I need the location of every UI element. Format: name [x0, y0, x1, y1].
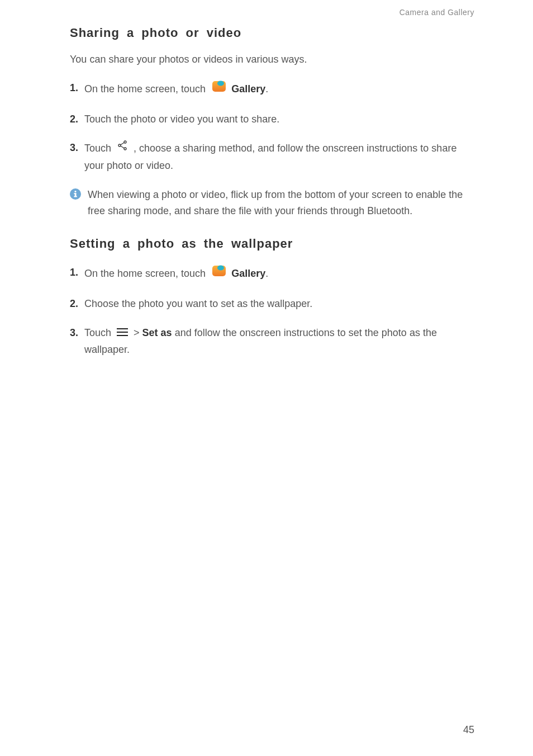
- step-number: 2.: [70, 111, 84, 128]
- page-category: Camera and Gallery: [70, 8, 474, 17]
- svg-point-13: [217, 266, 224, 271]
- info-note: When viewing a photo or video, flick up …: [70, 187, 474, 220]
- gallery-icon: [212, 264, 226, 283]
- step-1: 1. On the home screen, touch: [70, 264, 474, 284]
- step-text-post: .: [265, 83, 268, 94]
- section-intro: You can share your photos or videos in v…: [70, 54, 474, 65]
- section-heading-wallpaper: Setting a photo as the wallpaper: [70, 237, 474, 251]
- gallery-icon: [212, 79, 226, 98]
- step-text-gt: >: [134, 327, 142, 338]
- step-text-pre: On the home screen, touch: [84, 83, 208, 94]
- step-number: 1.: [70, 264, 84, 281]
- step-text-post: .: [265, 268, 268, 279]
- steps-list-sharing: 1. On the home screen, touch: [70, 80, 474, 174]
- step-2: 2. Choose the photo you want to set as t…: [70, 296, 474, 313]
- svg-line-5: [121, 143, 125, 145]
- step-number: 2.: [70, 296, 84, 313]
- step-number: 1.: [70, 80, 84, 97]
- step-body: Touch > Set as and follow the onscreen i…: [84, 325, 474, 358]
- svg-point-1: [217, 81, 224, 86]
- step-body: Touch , choose a sharing method, and fol…: [84, 140, 474, 174]
- svg-point-8: [74, 191, 76, 192]
- info-text: When viewing a photo or video, flick up …: [84, 187, 474, 220]
- step-text-pre: Touch: [84, 143, 114, 154]
- step-1: 1. On the home screen, touch: [70, 80, 474, 99]
- svg-point-4: [124, 148, 126, 150]
- gallery-label: Gallery: [231, 83, 265, 94]
- setas-label: Set as: [142, 327, 172, 338]
- step-number: 3.: [70, 325, 84, 342]
- document-page: Camera and Gallery Sharing a photo or vi…: [0, 0, 533, 358]
- menu-icon: [116, 325, 129, 342]
- step-body: On the home screen, touch Gallery.: [84, 80, 474, 99]
- step-text-pre: On the home screen, touch: [84, 268, 208, 279]
- step-text-post: , choose a sharing method, and follow th…: [84, 143, 456, 171]
- step-body: Choose the photo you want to set as the …: [84, 296, 474, 313]
- step-3: 3. Touch , choose a sharing method, and …: [70, 140, 474, 174]
- step-body: Touch the photo or video you want to sha…: [84, 111, 474, 128]
- step-number: 3.: [70, 140, 84, 157]
- share-icon: [116, 139, 129, 157]
- gallery-label: Gallery: [231, 268, 265, 279]
- step-text-pre: Touch: [84, 327, 114, 338]
- svg-line-6: [121, 146, 125, 148]
- svg-point-3: [118, 144, 121, 147]
- step-body: On the home screen, touch Gallery.: [84, 264, 474, 284]
- page-number: 45: [463, 724, 474, 736]
- svg-point-2: [124, 141, 126, 143]
- step-3: 3. Touch > Set as and follow the onscree…: [70, 325, 474, 358]
- section-heading-sharing: Sharing a photo or video: [70, 26, 474, 40]
- step-2: 2. Touch the photo or video you want to …: [70, 111, 474, 128]
- info-icon: [70, 188, 84, 205]
- svg-rect-11: [74, 196, 77, 197]
- steps-list-wallpaper: 1. On the home screen, touch: [70, 264, 474, 358]
